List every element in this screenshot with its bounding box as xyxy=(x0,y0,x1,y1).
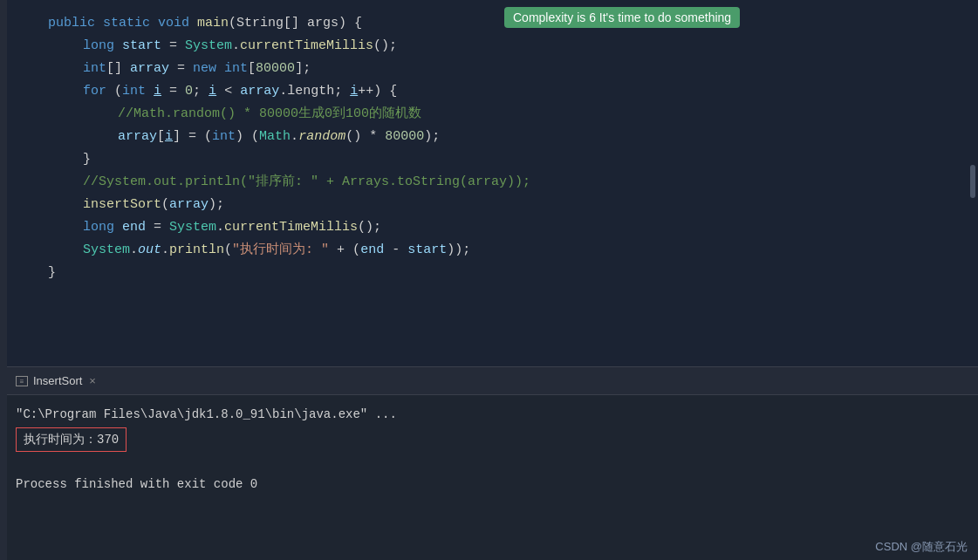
terminal-tab-close[interactable]: × xyxy=(89,374,96,387)
code-line: for (int i = 0; i < array.length; i++) { xyxy=(48,80,978,103)
terminal-blank-line xyxy=(16,452,962,474)
code-line: long start = System.currentTimeMillis(); xyxy=(48,35,978,58)
code-block: public static void main(String[] args) {… xyxy=(0,5,978,291)
complexity-badge: Complexity is 6 It's time to do somethin… xyxy=(504,7,740,28)
code-line: //System.out.println("排序前: " + Arrays.to… xyxy=(48,171,978,194)
code-line: } xyxy=(48,148,978,171)
terminal-body: "C:\Program Files\Java\jdk1.8.0_91\bin\j… xyxy=(0,395,978,503)
code-line: insertSort(array); xyxy=(48,194,978,216)
scroll-indicator[interactable] xyxy=(970,165,975,198)
terminal-tabs-bar: ≡ InsertSort × xyxy=(0,367,978,395)
terminal-tab-icon: ≡ xyxy=(16,376,28,386)
terminal-tab[interactable]: ≡ InsertSort × xyxy=(7,371,105,391)
watermark: CSDN @随意石光 xyxy=(875,539,968,555)
code-line: long end = System.currentTimeMillis(); xyxy=(48,216,978,239)
editor-area: Complexity is 6 It's time to do somethin… xyxy=(0,0,978,366)
terminal-output-highlighted-row: 执行时间为：370 xyxy=(16,427,962,453)
code-line: int[] array = new int[80000]; xyxy=(48,58,978,80)
terminal-output-line1: "C:\Program Files\Java\jdk1.8.0_91\bin\j… xyxy=(16,404,962,426)
code-line: array[i] = (int) (Math.random() * 80000)… xyxy=(48,126,978,148)
left-sidebar xyxy=(0,0,7,560)
terminal-output-highlighted: 执行时间为：370 xyxy=(16,427,127,453)
terminal-panel: ≡ InsertSort × "C:\Program Files\Java\jd… xyxy=(0,366,978,560)
code-line: } xyxy=(48,262,978,284)
terminal-output-line3: Process finished with exit code 0 xyxy=(16,474,962,495)
terminal-tab-label: InsertSort xyxy=(33,374,82,387)
code-line: System.out.println("执行时间为: " + (end - st… xyxy=(48,239,978,262)
code-line: //Math.random() * 80000生成0到100的随机数 xyxy=(48,103,978,126)
